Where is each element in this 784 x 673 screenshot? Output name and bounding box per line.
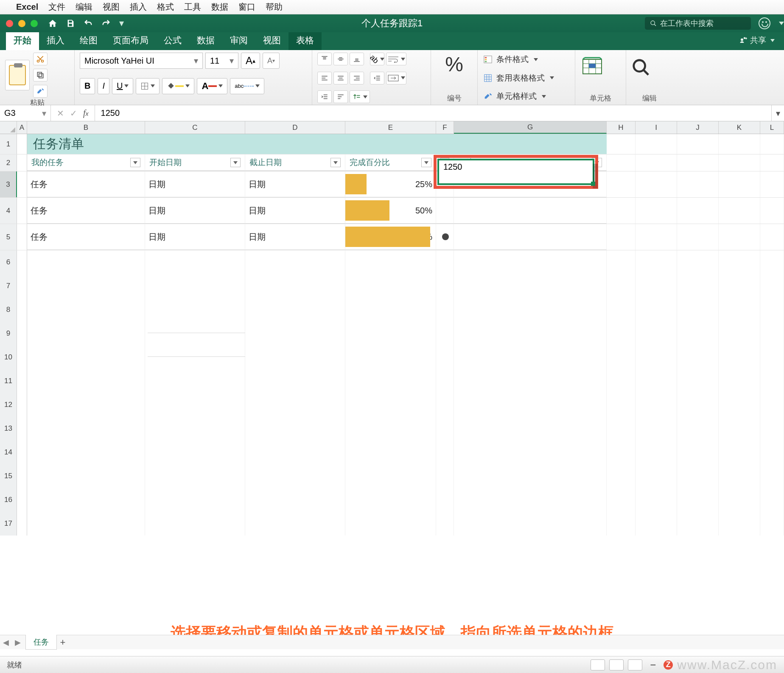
cell-F13[interactable]: [436, 417, 454, 440]
tab-draw[interactable]: 绘图: [72, 31, 105, 50]
cell-K5[interactable]: [719, 224, 760, 250]
cell-F17[interactable]: [436, 512, 454, 536]
cell-L4[interactable]: [760, 198, 784, 224]
enter-icon[interactable]: ✓: [70, 108, 77, 118]
cell-D2[interactable]: 截止日期: [245, 154, 345, 171]
row-header-5[interactable]: 5: [0, 224, 17, 250]
col-header-B[interactable]: B: [27, 121, 145, 134]
cell-A5[interactable]: [17, 224, 27, 250]
cell-C5[interactable]: 日期: [145, 224, 245, 250]
cell-D14[interactable]: [245, 440, 345, 464]
cell-I6[interactable]: [636, 250, 677, 274]
cell-F6[interactable]: [436, 250, 454, 274]
cell-L6[interactable]: [760, 250, 784, 274]
cell-C12[interactable]: [145, 393, 245, 417]
cell-J15[interactable]: [677, 464, 719, 488]
cell-K10[interactable]: [719, 345, 760, 369]
cell-C13[interactable]: [145, 417, 245, 440]
row-header-2[interactable]: 2: [0, 154, 17, 171]
cell-I15[interactable]: [636, 464, 677, 488]
orientation-button[interactable]: ab: [370, 53, 384, 65]
cell-F14[interactable]: [436, 440, 454, 464]
home-icon[interactable]: [48, 19, 57, 28]
cell-H9[interactable]: [607, 322, 636, 345]
cell-C8[interactable]: [145, 298, 245, 322]
cell-G5[interactable]: [454, 224, 607, 250]
cell-K2[interactable]: [719, 154, 760, 171]
align-left-button[interactable]: [317, 72, 332, 84]
col-header-E[interactable]: E: [345, 121, 436, 134]
filter-icon[interactable]: [330, 158, 341, 167]
cell-A16[interactable]: [17, 488, 27, 512]
cell-I3[interactable]: [636, 171, 677, 197]
cell-C15[interactable]: [145, 464, 245, 488]
cell-G4[interactable]: [454, 198, 607, 224]
cell-B15[interactable]: [27, 464, 145, 488]
cell-A11[interactable]: [17, 369, 27, 393]
cell-B14[interactable]: [27, 440, 145, 464]
app-name[interactable]: Excel: [16, 2, 38, 12]
cell-J8[interactable]: [677, 298, 719, 322]
cell-G1[interactable]: [454, 134, 607, 154]
sheet-nav-next[interactable]: ▶: [12, 638, 24, 647]
cell-C4[interactable]: 日期: [145, 198, 245, 224]
row-header-8[interactable]: 8: [0, 298, 17, 322]
row-header-6[interactable]: 6: [0, 250, 17, 274]
cell-H4[interactable]: [607, 198, 636, 224]
merge-button[interactable]: [386, 72, 406, 84]
menu-edit[interactable]: 编辑: [76, 1, 92, 13]
select-all-corner[interactable]: [0, 121, 17, 134]
cell-B9[interactable]: [27, 322, 145, 345]
cell-I9[interactable]: [636, 322, 677, 345]
cell-H3[interactable]: [607, 171, 636, 197]
col-header-I[interactable]: I: [636, 121, 677, 134]
cell-E5[interactable]: 100%: [345, 224, 436, 250]
cell-B1[interactable]: 任务清单: [27, 134, 145, 154]
cell-A1[interactable]: [17, 134, 27, 154]
zoom-icon[interactable]: [31, 20, 38, 27]
cell-K16[interactable]: [719, 488, 760, 512]
row-header-3[interactable]: 3: [0, 171, 17, 197]
cell-F11[interactable]: [436, 369, 454, 393]
cell-C10[interactable]: [145, 345, 245, 369]
decrease-font-button[interactable]: A▾: [263, 53, 280, 69]
row-header-11[interactable]: 11: [0, 369, 17, 393]
tab-home[interactable]: 开始: [6, 31, 39, 50]
cell-D12[interactable]: [245, 393, 345, 417]
cell-H7[interactable]: [607, 274, 636, 298]
normal-view-button[interactable]: [591, 659, 605, 670]
cell-E10[interactable]: [345, 345, 436, 369]
cell-E7[interactable]: [345, 274, 436, 298]
cell-F15[interactable]: [436, 464, 454, 488]
cell-L13[interactable]: [760, 417, 784, 440]
cell-A17[interactable]: [17, 512, 27, 536]
cell-E8[interactable]: [345, 298, 436, 322]
menu-window[interactable]: 窗口: [238, 1, 255, 13]
cell-J3[interactable]: [677, 171, 719, 197]
filter-icon[interactable]: [130, 158, 140, 167]
col-header-C[interactable]: C: [145, 121, 245, 134]
cell-B4[interactable]: 任务: [27, 198, 145, 224]
cell-D5[interactable]: 日期: [245, 224, 345, 250]
cell-L17[interactable]: [760, 512, 784, 536]
cell-styles-button[interactable]: 单元格样式: [483, 90, 570, 103]
cell-L16[interactable]: [760, 488, 784, 512]
row-header-16[interactable]: 16: [0, 488, 17, 512]
cell-J13[interactable]: [677, 417, 719, 440]
cell-J17[interactable]: [677, 512, 719, 536]
tab-review[interactable]: 审阅: [222, 31, 255, 50]
minimize-icon[interactable]: [18, 20, 25, 27]
cell-I10[interactable]: [636, 345, 677, 369]
format-painter-button[interactable]: [33, 85, 48, 98]
cell-G10[interactable]: [454, 345, 607, 369]
cell-E2[interactable]: 完成百分比: [345, 154, 436, 171]
cell-B6[interactable]: [27, 250, 145, 274]
col-header-A[interactable]: A: [17, 121, 27, 134]
cell-I8[interactable]: [636, 298, 677, 322]
cell-A9[interactable]: [17, 322, 27, 345]
borders-button[interactable]: [136, 78, 160, 94]
add-sheet-button[interactable]: +: [57, 637, 69, 648]
cell-E9[interactable]: [345, 322, 436, 345]
cell-D15[interactable]: [245, 464, 345, 488]
cell-K13[interactable]: [719, 417, 760, 440]
